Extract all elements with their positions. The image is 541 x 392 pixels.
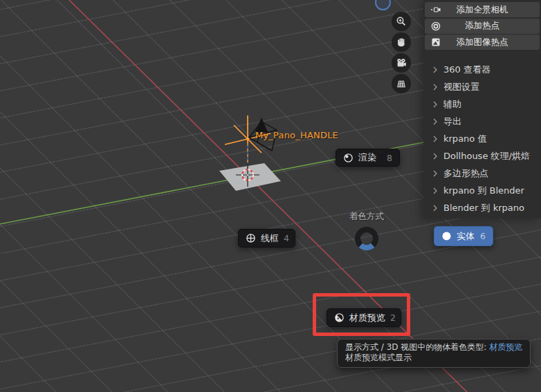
blender-window: My_Pano_HANDLE <box>0 0 541 392</box>
section-label: krpano 到 Blender <box>443 185 524 197</box>
add-pano-camera-button[interactable]: 添加全景相机 <box>425 2 540 17</box>
panel-button-label: 添加热点 <box>465 20 499 32</box>
section-krpano-values[interactable]: krpano 值 <box>423 130 541 147</box>
pie-item-wireframe[interactable]: 线框 4 <box>238 229 295 248</box>
section-label: Blender 到 krpano <box>443 202 524 214</box>
pie-item-material-preview[interactable]: 材质预览 2 <box>327 308 401 327</box>
panel-sections: 360 查看器 视图设置 辅助 导出 krpano 值 Dollhouse 纹理… <box>423 61 541 216</box>
tooltip-line2: 材质预览模式显示 <box>345 353 522 363</box>
panel-button-label: 添加全景相机 <box>457 4 508 16</box>
pie-item-solid[interactable]: 实体 6 <box>434 226 493 246</box>
section-dollhouse-bake[interactable]: Dollhouse 纹理/烘焙 <box>423 147 541 165</box>
chevron-right-icon <box>432 66 438 73</box>
chevron-right-icon <box>432 153 438 160</box>
chevron-right-icon <box>432 136 438 142</box>
section-label: 辅助 <box>443 98 461 111</box>
section-label: Dollhouse 纹理/烘焙 <box>443 150 530 162</box>
section-label: 视图设置 <box>443 81 479 93</box>
pie-item-rendered[interactable]: 渲染 8 <box>336 149 400 167</box>
section-label: krpano 值 <box>443 133 486 145</box>
hand-icon <box>396 37 407 48</box>
add-image-hotspot-button[interactable]: 添加图像热点 <box>425 35 540 50</box>
camera-view-button[interactable] <box>392 53 411 73</box>
shortcut-key: 6 <box>480 231 486 241</box>
panel-buttons: 添加全景相机 添加热点 添加图像热点 <box>423 0 541 50</box>
tooltip-highlight-value: 材质预览 <box>489 342 522 352</box>
section-blender-to-krpano[interactable]: Blender 到 krpano <box>423 199 541 216</box>
tooltip: 显示方式 / 3D 视图中的物体着色类型: 材质预览 材质预览模式显示 <box>337 339 531 368</box>
shortcut-key: 4 <box>284 233 289 243</box>
pie-item-label: 线框 <box>261 232 279 245</box>
object-name-label: My_Pano_HANDLE <box>255 130 338 140</box>
pie-center-ring <box>358 230 376 248</box>
orthographic-toggle-button[interactable] <box>392 74 411 93</box>
section-polygon-hotspot[interactable]: 多边形热点 <box>423 165 541 182</box>
pan-tool-button[interactable] <box>392 32 411 52</box>
section-label: 360 查看器 <box>443 64 490 76</box>
pano-camera-icon <box>430 4 441 15</box>
chevron-right-icon <box>432 101 438 108</box>
pie-menu-title: 着色方式 <box>325 211 408 223</box>
perspective-grid-icon <box>396 78 407 89</box>
chevron-right-icon <box>432 84 438 91</box>
section-360-viewer[interactable]: 360 查看器 <box>423 61 541 78</box>
section-export[interactable]: 导出 <box>423 113 541 130</box>
section-helpers[interactable]: 辅助 <box>423 95 541 113</box>
zoom-tool-button[interactable] <box>392 12 411 31</box>
movie-camera-icon <box>396 57 407 68</box>
chevron-right-icon <box>432 187 438 194</box>
section-view-settings[interactable]: 视图设置 <box>423 78 541 95</box>
shortcut-key: 2 <box>390 312 396 323</box>
pie-item-label: 材质预览 <box>349 312 385 324</box>
plane-object[interactable] <box>219 163 281 191</box>
image-hotspot-icon <box>430 37 441 48</box>
panel-button-label: 添加图像热点 <box>457 37 508 48</box>
rendered-shading-icon <box>343 153 354 163</box>
tooltip-line1: 显示方式 / 3D 视图中的物体着色类型: 材质预览 <box>345 342 522 353</box>
section-label: 多边形热点 <box>443 167 488 180</box>
section-krpano-to-blender[interactable]: krpano 到 Blender <box>423 182 541 199</box>
chevron-right-icon <box>432 205 438 212</box>
pie-item-label: 渲染 <box>358 151 376 164</box>
krpano-addon-panel: 添加全景相机 添加热点 添加图像热点 360 <box>423 0 541 218</box>
wireframe-shading-icon <box>246 233 256 243</box>
chevron-right-icon <box>432 170 438 177</box>
solid-shading-icon <box>441 231 452 241</box>
pie-item-label: 实体 <box>457 230 475 243</box>
material-preview-shading-icon <box>334 312 345 323</box>
hotspot-icon <box>430 21 441 32</box>
shortcut-key: 8 <box>387 153 392 163</box>
add-hotspot-button[interactable]: 添加热点 <box>425 19 540 34</box>
chevron-right-icon <box>432 118 438 125</box>
magnifier-plus-icon <box>396 16 407 27</box>
section-label: 导出 <box>443 115 461 128</box>
